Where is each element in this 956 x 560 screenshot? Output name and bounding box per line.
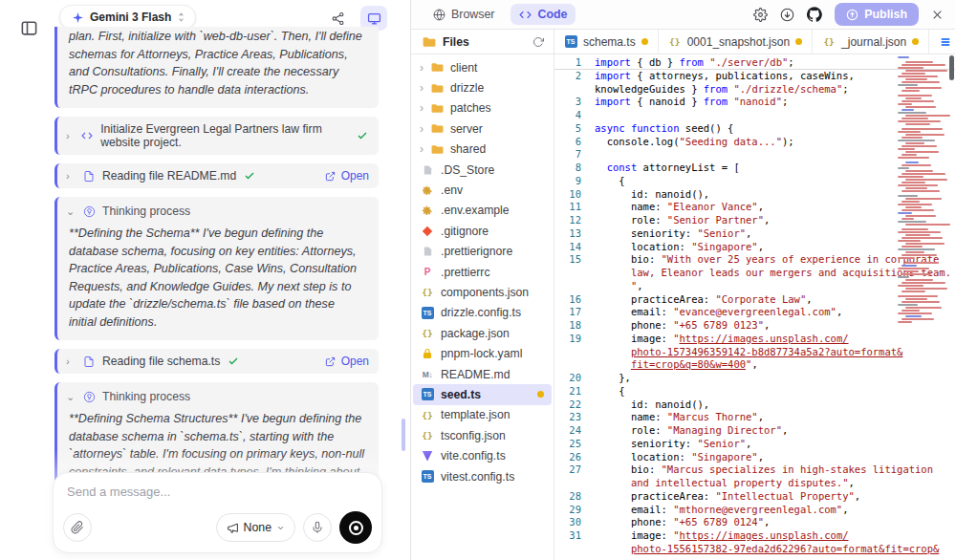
- line-number: [554, 280, 581, 293]
- chat-panel: Gemini 3 Flash plan. First, initialize w…: [0, 0, 411, 560]
- open-file-link[interactable]: Open: [324, 355, 369, 368]
- md-icon: M↓: [421, 368, 434, 381]
- file-name: .env.example: [441, 204, 510, 217]
- line-number: 14: [554, 241, 581, 254]
- tree-folder-shared[interactable]: › shared: [411, 140, 554, 160]
- line-number: [554, 267, 581, 280]
- file-name: vitest.config.ts: [441, 470, 514, 484]
- editor-tab-0001_snapshot.json[interactable]: {}0001_snapshot.json: [659, 30, 813, 54]
- line-number: 11: [554, 201, 581, 214]
- editor-tab-0001_sticky_carnage...[interactable]: 0001_sticky_carnage...: [929, 30, 955, 54]
- code-line: 4: [554, 109, 955, 122]
- tree-file-components.json[interactable]: {} components.json: [411, 282, 554, 302]
- thinking-block: ⌄ Thinking process **Defining the Schema…: [54, 197, 379, 340]
- workspace-panel: Browser Code: [411, 0, 955, 560]
- chevron-right-icon[interactable]: ›: [66, 355, 76, 367]
- folder-icon: [430, 61, 444, 75]
- thinking-icon: [82, 390, 96, 403]
- attach-icon[interactable]: [63, 513, 92, 542]
- chevron-right-icon[interactable]: ›: [66, 170, 76, 182]
- github-icon[interactable]: [807, 7, 822, 22]
- git-icon: [421, 225, 434, 238]
- thinking-header[interactable]: ⌄ Thinking process: [57, 197, 379, 220]
- tree-folder-patches[interactable]: › patches: [411, 98, 554, 118]
- json-icon: {}: [421, 327, 434, 340]
- tree-file-.gitignore[interactable]: .gitignore: [411, 221, 554, 241]
- tree-file-drizzle.config.ts[interactable]: TS drizzle.config.ts: [411, 303, 554, 323]
- tree-file-.env[interactable]: .env: [411, 180, 554, 200]
- line-number: 9: [554, 175, 581, 188]
- tab-browser-label: Browser: [451, 8, 494, 21]
- tree-file-.prettierrc[interactable]: P .prettierrc: [411, 262, 554, 282]
- editor-tab-schema.ts[interactable]: TSschema.ts: [554, 30, 659, 54]
- mic-icon[interactable]: [303, 513, 332, 542]
- tree-folder-drizzle[interactable]: › drizzle: [411, 77, 554, 97]
- code-line: 17 email: "evance@evergreenlegal.com",: [554, 306, 955, 319]
- publish-label: Publish: [864, 8, 907, 21]
- line-number: 3: [554, 96, 581, 109]
- folder-name: shared: [450, 142, 486, 156]
- tree-file-.env.example[interactable]: .env.example: [411, 201, 554, 221]
- json-icon: {}: [668, 35, 682, 49]
- tree-file-vite.config.ts[interactable]: vite.config.ts: [411, 445, 554, 465]
- tree-folder-client[interactable]: › client: [411, 57, 554, 77]
- line-number: 19: [554, 333, 581, 346]
- line-number: 16: [554, 293, 581, 307]
- message-composer[interactable]: Send a message... None: [53, 472, 382, 553]
- publish-button[interactable]: Publish: [835, 3, 919, 26]
- chevron-down-icon[interactable]: ⌄: [66, 205, 76, 218]
- voice-option-select[interactable]: None: [216, 513, 295, 542]
- file-name: pnpm-lock.yaml: [441, 347, 522, 360]
- tree-file-vitest.config.ts[interactable]: TS vitest.config.ts: [411, 466, 554, 486]
- download-icon[interactable]: [780, 8, 794, 22]
- code-line: 29 email: "mthorne@evergreenlegal.com",: [554, 504, 955, 517]
- line-number: 6: [554, 136, 581, 149]
- tool-step[interactable]: › Initialize Evergreen Legal Partners la…: [54, 117, 379, 155]
- tree-file-pnpm-lock.yaml[interactable]: pnpm-lock.yaml: [411, 343, 554, 363]
- folder-icon: [430, 122, 444, 136]
- tree-file-package.json[interactable]: {} package.json: [411, 323, 554, 343]
- tree-file-tsconfig.json[interactable]: {} tsconfig.json: [411, 425, 554, 445]
- file-name: package.json: [441, 327, 510, 340]
- tree-file-seed.ts[interactable]: TS seed.ts: [413, 384, 552, 404]
- message-input[interactable]: Send a message...: [67, 485, 370, 499]
- thinking-header[interactable]: ⌄ Thinking process: [57, 382, 379, 405]
- tab-browser[interactable]: Browser: [424, 4, 503, 25]
- line-number: 13: [554, 227, 581, 241]
- code-line: 30 phone: "+65 6789 0124",: [554, 516, 955, 529]
- tree-file-.prettierignore[interactable]: .prettierignore: [411, 242, 554, 262]
- code-line: 9 {: [554, 175, 955, 188]
- editor-scrollbar[interactable]: [948, 54, 955, 560]
- tree-folder-server[interactable]: › server: [411, 118, 554, 139]
- tree-file-README.md[interactable]: M↓ README.md: [411, 364, 554, 384]
- sidebar-toggle-icon[interactable]: [19, 19, 40, 38]
- folder-icon: [430, 142, 444, 156]
- chevron-down-icon[interactable]: ⌄: [66, 391, 76, 403]
- code-line: 16 practiceArea: "Corporate Law",: [554, 293, 955, 307]
- tree-file-template.json[interactable]: {} template.json: [411, 405, 554, 425]
- tab-code[interactable]: Code: [511, 4, 576, 25]
- open-file-link[interactable]: Open: [324, 169, 369, 183]
- globe-icon: [433, 9, 445, 21]
- chevron-right-icon[interactable]: ›: [66, 130, 74, 141]
- record-stop-button[interactable]: [339, 511, 372, 544]
- tool-step[interactable]: › Reading file schema.ts Open: [54, 349, 379, 374]
- minimap[interactable]: [898, 56, 947, 324]
- code-line: 13 seniority: "Senior",: [554, 227, 955, 241]
- line-number: 20: [554, 372, 581, 385]
- code-step-icon: [80, 129, 94, 142]
- thinking-text: **Defining the Schema** I've begun defin…: [57, 220, 379, 340]
- tree-file-.DS_Store[interactable]: .DS_Store: [411, 160, 554, 180]
- file-tree: › client › drizzle › patches › server › …: [411, 54, 554, 560]
- check-icon: [227, 355, 240, 368]
- tool-step[interactable]: › Reading file README.md Open: [54, 163, 379, 188]
- chat-scrollbar[interactable]: [402, 419, 405, 451]
- line-number: 29: [554, 504, 581, 517]
- close-icon[interactable]: [931, 9, 944, 21]
- editor-tab-_journal.json[interactable]: {}_journal.json: [813, 30, 929, 54]
- line-number: 24: [554, 424, 581, 438]
- code-content[interactable]: 1import { db } from "./server/db"; 2impo…: [554, 54, 955, 556]
- refresh-icon[interactable]: [532, 36, 544, 48]
- json-icon: {}: [421, 429, 434, 442]
- settings-gear-icon[interactable]: [753, 8, 768, 22]
